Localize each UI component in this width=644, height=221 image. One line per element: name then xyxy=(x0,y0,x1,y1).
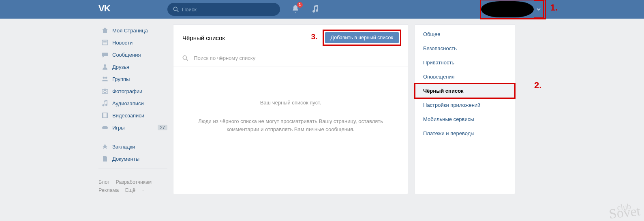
settings-menu: Общее Безопасность Приватность Оповещени… xyxy=(415,24,515,194)
games-badge: 27 xyxy=(158,125,167,130)
svg-rect-11 xyxy=(104,89,106,89)
add-to-blacklist-button[interactable]: Добавить в чёрный список xyxy=(325,32,399,43)
sidebar-item-label: Группы xyxy=(112,76,130,82)
news-icon xyxy=(100,39,110,46)
footer-blog[interactable]: Блог xyxy=(98,179,109,185)
blacklist-search[interactable] xyxy=(173,50,408,66)
svg-line-17 xyxy=(186,59,188,61)
friends-icon xyxy=(100,64,110,70)
star-icon xyxy=(100,143,110,150)
sidebar-item-label: Закладки xyxy=(112,144,135,150)
sidebar-item-messages[interactable]: Сообщения xyxy=(98,49,167,61)
footer-more-label: Ещё xyxy=(125,186,136,194)
svg-point-1 xyxy=(173,7,177,11)
vk-logo[interactable]: VK xyxy=(98,4,111,15)
svg-point-10 xyxy=(104,90,106,93)
empty-line2: Люди из чёрного списка не могут просматр… xyxy=(190,117,392,134)
sidebar-item-label: Моя Страница xyxy=(112,28,148,34)
sidebar-item-photos[interactable]: Фотографии xyxy=(98,85,167,97)
groups-icon xyxy=(100,76,110,82)
profile-menu-zone xyxy=(481,0,544,19)
sidebar-item-label: Новости xyxy=(112,40,133,46)
sidebar-item-label: Документы xyxy=(112,156,139,162)
chevron-down-icon xyxy=(537,8,541,11)
settings-item-security[interactable]: Безопасность xyxy=(415,41,515,55)
sidebar-item-news[interactable]: Новости xyxy=(98,36,167,49)
svg-rect-13 xyxy=(102,113,103,118)
sidebar-item-label: Аудиозаписи xyxy=(112,100,144,106)
video-icon xyxy=(100,112,110,119)
games-icon xyxy=(100,124,110,131)
empty-line1: Ваш чёрный список пуст. xyxy=(190,99,392,107)
svg-point-8 xyxy=(105,77,107,79)
svg-rect-15 xyxy=(102,126,108,129)
svg-rect-14 xyxy=(107,113,108,118)
left-sidebar: Моя Страница Новости Сообщения Друзья Гр… xyxy=(98,24,167,194)
sidebar-item-label: Игры xyxy=(112,125,125,131)
settings-item-app-settings[interactable]: Настройки приложений xyxy=(415,98,515,112)
document-icon xyxy=(100,155,110,162)
sidebar-separator xyxy=(98,168,167,168)
chevron-down-icon xyxy=(142,189,145,191)
settings-item-notifications[interactable]: Оповещения xyxy=(415,70,515,84)
svg-rect-3 xyxy=(102,40,108,45)
sidebar-item-documents[interactable]: Документы xyxy=(98,153,167,165)
svg-text:VK: VK xyxy=(98,5,111,12)
page-title: Чёрный список xyxy=(182,34,225,41)
annotation-1-label: 1. xyxy=(550,2,558,13)
search-icon xyxy=(173,6,179,12)
settings-item-payments[interactable]: Платежи и переводы xyxy=(415,126,515,140)
footer-more[interactable]: Ещё xyxy=(125,186,145,194)
sidebar-item-friends[interactable]: Друзья xyxy=(98,61,167,73)
audio-icon xyxy=(100,100,110,106)
settings-item-general[interactable]: Общее xyxy=(415,27,515,41)
profile-avatar-redacted[interactable] xyxy=(481,1,534,17)
watermark: club Sovet xyxy=(608,202,641,219)
sidebar-separator xyxy=(98,137,167,137)
footer-ads[interactable]: Реклама xyxy=(98,187,119,193)
home-icon xyxy=(100,27,110,34)
settings-item-privacy[interactable]: Приватность xyxy=(415,55,515,70)
annotation-2-label: 2. xyxy=(534,80,541,91)
svg-point-7 xyxy=(103,77,105,79)
messages-icon xyxy=(100,51,110,58)
sidebar-item-label: Фотографии xyxy=(112,88,142,94)
svg-point-6 xyxy=(104,64,106,67)
blacklist-search-input[interactable] xyxy=(194,55,399,61)
footer-links: Блог Разработчикам Реклама Ещё xyxy=(98,178,167,194)
search-icon xyxy=(182,55,188,61)
header-search[interactable] xyxy=(167,3,280,16)
camera-icon xyxy=(100,88,110,94)
notif-badge: 1 xyxy=(297,2,303,8)
annotation-3-label: 3. xyxy=(311,32,318,41)
sidebar-item-my-page[interactable]: Моя Страница xyxy=(98,24,167,36)
settings-item-blacklist[interactable]: Чёрный список xyxy=(415,84,515,98)
svg-point-16 xyxy=(183,56,186,60)
sidebar-item-label: Сообщения xyxy=(112,52,141,58)
top-header: VK 1 1. xyxy=(0,0,644,19)
sidebar-item-games[interactable]: Игры 27 xyxy=(98,121,167,134)
sidebar-item-groups[interactable]: Группы xyxy=(98,73,167,85)
sidebar-item-bookmarks[interactable]: Закладки xyxy=(98,140,167,153)
music-icon[interactable] xyxy=(312,5,319,14)
main-panel: Чёрный список Добавить в чёрный список 3… xyxy=(173,24,408,194)
svg-line-2 xyxy=(177,11,179,12)
header-search-input[interactable] xyxy=(182,6,274,13)
sidebar-item-label: Видеозаписи xyxy=(112,113,144,119)
empty-state: Ваш чёрный список пуст. Люди из чёрного … xyxy=(173,66,408,178)
sidebar-item-audio[interactable]: Аудиозаписи xyxy=(98,97,167,109)
footer-dev[interactable]: Разработчикам xyxy=(116,179,152,185)
settings-item-mobile[interactable]: Мобильные сервисы xyxy=(415,112,515,126)
sidebar-item-video[interactable]: Видеозаписи xyxy=(98,109,167,121)
sidebar-item-label: Друзья xyxy=(112,64,129,70)
notifications-icon[interactable]: 1 xyxy=(291,4,300,15)
settings-item-label: Чёрный список xyxy=(423,88,464,94)
profile-dropdown-caret[interactable] xyxy=(534,0,544,19)
